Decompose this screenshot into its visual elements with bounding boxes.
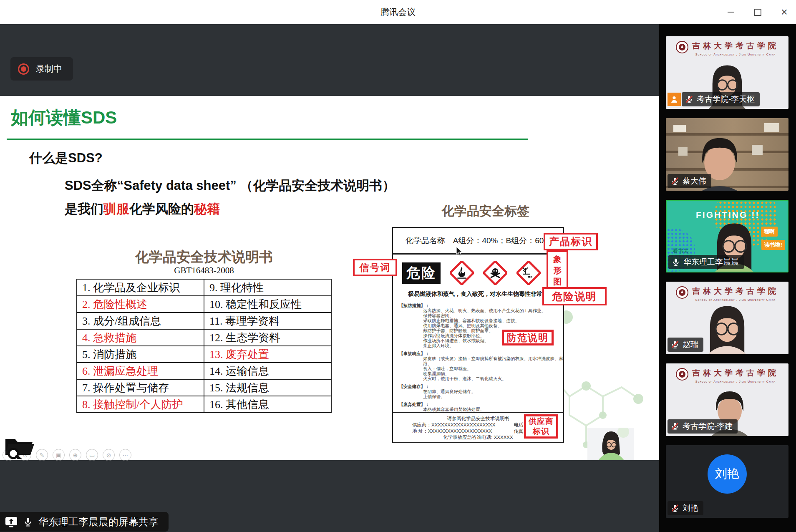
window-controls: × — [726, 0, 789, 24]
section-line: 本品或其容器采用焚烧法处置。 — [399, 407, 563, 412]
sds-table-subtitle: GBT16483-2008 — [76, 265, 332, 276]
section-line: 收集泄漏物。 — [399, 371, 563, 376]
screen-share-banner: 华东理工李晨晨的屏幕共享 — [0, 512, 169, 532]
mic-muted-icon — [671, 340, 679, 349]
table-cell: 3. 成分/组成信息 — [77, 313, 204, 329]
participant-name-tag: 考古学院-李天枢 — [682, 92, 760, 106]
supplier-line: 供应商：XXXXXXXXXXXXXXXXXXXX — [412, 422, 495, 428]
participant-tile[interactable]: FIGHTING !! 程啊 读书啦! 看书去 华东理工李晨晨 — [666, 200, 788, 272]
participant-name-tag: 考古学院-李建 — [668, 419, 738, 434]
screen-share-icon — [5, 516, 18, 528]
section-line: 保持容器密闭。 — [399, 313, 563, 318]
annotation-hazard: 危险说明 — [542, 287, 607, 305]
recording-icon — [18, 63, 29, 75]
annotation-pictogram: 象形图 — [547, 250, 568, 290]
university-seal-icon — [675, 40, 689, 54]
pen-icon[interactable]: ✎ — [36, 449, 48, 461]
recording-badge: 录制中 — [10, 57, 73, 81]
presenter-camera-overlay[interactable] — [587, 428, 634, 460]
background-corner-text: 看书去 — [673, 247, 689, 255]
slide-question: 什么是SDS? — [29, 149, 103, 167]
table-row: 1. 化学品及企业标识9. 理化特性 — [77, 279, 331, 296]
section-heading: 【安全储存】： — [399, 384, 563, 389]
participant-tile[interactable]: 蔡大伟 — [666, 118, 788, 191]
table-cell: 13. 废弃处置 — [204, 346, 331, 363]
avatar: 刘艳 — [708, 454, 747, 494]
participant-tile[interactable]: 吉林大学考古学院 School of Archaeology , Jilin U… — [666, 282, 788, 354]
slide-line1: SDS全称“Safety data sheet” （化学品安全技术说明书） — [65, 177, 395, 194]
section-heading: 【事故响应】： — [399, 351, 563, 356]
camera-off-icon[interactable]: ⊘ — [103, 449, 115, 461]
product-identification-row: 化学品名称 A组分：40%；B组分：60% — [393, 228, 563, 255]
table-cell: 7. 操作处置与储存 — [77, 379, 204, 396]
section-line: 采取防止静电措施。容器和接收设备接地、连接。 — [399, 318, 563, 323]
maximize-button[interactable] — [753, 7, 763, 17]
mic-muted-icon — [685, 95, 693, 104]
table-row: 2. 危险性概述10. 稳定性和反应性 — [77, 296, 331, 313]
annotation-product-id: 产品标识 — [544, 233, 598, 250]
table-row: 5. 消防措施13. 废弃处置 — [77, 346, 331, 363]
table-cell: 11. 毒理学资料 — [204, 313, 331, 329]
signal-row: 危险 — [393, 255, 563, 286]
signal-word: 危险 — [402, 262, 441, 284]
section-line: 火灾时，使用干粉、泡沫、二氧化碳灭火。 — [399, 376, 563, 381]
table-cell: 16. 其他信息 — [204, 396, 331, 413]
participant-tile[interactable]: 吉林大学考古学院 School of Archaeology , Jilin U… — [666, 363, 788, 436]
participant-name: 考古学院-李建 — [683, 421, 733, 432]
table-cell: 6. 泄漏应急处理 — [77, 363, 204, 379]
folder-search-icon[interactable] — [3, 433, 35, 459]
minimize-button[interactable] — [726, 7, 736, 17]
titlebar: 腾讯会议 × — [0, 0, 796, 25]
section-line: 使用防爆电器、通风、照明及其他设备。 — [399, 323, 563, 328]
jlu-banner: 吉林大学考古学院 School of Archaeology , Jilin U… — [666, 40, 788, 56]
table-row: 7. 操作处置与储存15. 法规信息 — [77, 379, 331, 396]
environment-pictogram — [516, 261, 541, 285]
mic-muted-icon — [671, 176, 679, 186]
label-sections: 【预防措施】：远离热源、火花、明火、热表面。使用不产生火花的工具作业。保持容器密… — [393, 298, 563, 412]
section-line: 食入：催吐，立即就医。 — [399, 366, 563, 371]
skull-crossbones-pictogram — [483, 261, 507, 285]
sds-table-title: 化学品安全技术说明书 — [76, 248, 332, 267]
mic-muted-icon — [671, 422, 679, 431]
slide-line2: 是我们驯服化学风险的秘籍 — [65, 200, 220, 218]
more-icon[interactable]: ⋯ — [119, 449, 131, 461]
participants-sidebar: 吉林大学考古学院 School of Archaeology , Jilin U… — [659, 24, 796, 532]
participant-tile[interactable]: 吉林大学考古学院 School of Archaeology , Jilin U… — [666, 36, 788, 109]
section-heading: 【废弃处置】： — [399, 402, 563, 407]
flame-pictogram — [450, 261, 474, 285]
close-button[interactable]: × — [779, 7, 789, 17]
annotation-signal-word: 信号词 — [353, 259, 397, 276]
table-row: 3. 成分/组成信息11. 毒理学资料 — [77, 313, 331, 329]
section-heading: 【预防措施】： — [399, 303, 563, 308]
section-line: 远离热源、火花、明火、热表面。使用不产生火花的工具作业。 — [399, 308, 563, 313]
table-row: 8. 接触控制/个人防护16. 其他信息 — [77, 396, 331, 413]
recording-label: 录制中 — [36, 63, 62, 75]
card-icon[interactable]: ▭ — [86, 449, 98, 461]
participant-name: 赵瑞 — [683, 339, 698, 350]
pinned-user-icon — [668, 93, 681, 106]
university-seal-icon — [675, 286, 689, 299]
sds-table: 1. 化学品及企业标识9. 理化特性2. 危险性概述10. 稳定性和反应性3. … — [76, 279, 332, 413]
participant-name-tag: 蔡大伟 — [668, 174, 711, 188]
participant-name: 考古学院-李天枢 — [697, 94, 755, 105]
chem-label-title: 化学品安全标签 — [423, 203, 548, 220]
title-underline — [7, 139, 528, 140]
participant-name-tag: 赵瑞 — [668, 338, 703, 352]
screen-share-area: 录制中 如何读懂SDS 什么是SDS? SDS全称“Safety data sh… — [0, 24, 659, 532]
participant-name: 刘艳 — [683, 503, 698, 514]
table-cell: 5. 消防措施 — [77, 346, 204, 363]
address-line: 地 址：XXXXXXXXXXXXXXXXXXXX — [412, 428, 492, 434]
clipboard-icon[interactable]: ▣ — [53, 449, 65, 461]
section-line: 上锁保管。 — [399, 394, 563, 399]
presenter-mic-icon — [23, 517, 33, 527]
table-cell: 10. 稳定性和反应性 — [204, 296, 331, 313]
hazard-statement: 极易燃液体和蒸气，食入致死，对水生生物毒性非常大 — [393, 290, 563, 298]
table-cell: 12. 生态学资料 — [204, 329, 331, 346]
section-line: 在阴凉、通风良好处储存。 — [399, 389, 563, 394]
zoom-icon[interactable]: ⊕ — [69, 449, 81, 461]
participant-name: 蔡大伟 — [683, 176, 706, 187]
table-cell: 8. 接触控制/个人防护 — [77, 396, 204, 413]
shared-slide: 如何读懂SDS 什么是SDS? SDS全称“Safety data sheet”… — [0, 96, 659, 460]
participant-tile[interactable]: 刘艳 刘艳 — [666, 445, 788, 518]
screen-share-label: 华东理工李晨晨的屏幕共享 — [38, 515, 159, 529]
